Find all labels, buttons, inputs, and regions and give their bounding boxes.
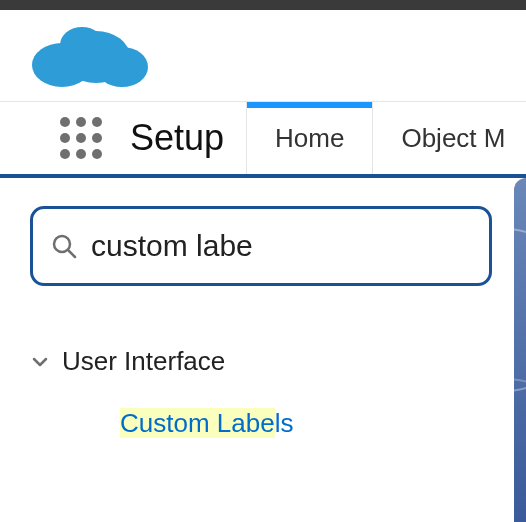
tree-section-user-interface[interactable]: User Interface [30, 340, 492, 383]
nav-left: Setup [0, 102, 246, 174]
nav-title: Setup [130, 117, 224, 159]
tree-item-custom-labels[interactable]: Custom Labels [120, 405, 492, 441]
tab-home-label: Home [275, 123, 344, 154]
setup-sidebar: User Interface Custom Labels [0, 178, 514, 522]
highlight-suffix: ls [275, 408, 294, 438]
chevron-down-icon [30, 352, 50, 372]
tab-object-manager-label: Object M [401, 123, 505, 154]
svg-line-5 [69, 251, 76, 258]
app-window: Setup Home Object M [0, 0, 526, 522]
highlight-match: Custom Labe [120, 408, 275, 438]
app-header [0, 10, 526, 102]
setup-navbar: Setup Home Object M [0, 102, 526, 178]
svg-point-4 [54, 236, 70, 252]
app-launcher-icon[interactable] [60, 117, 102, 159]
nav-tabs: Home Object M [246, 102, 526, 174]
salesforce-cloud-logo [24, 17, 154, 95]
tab-object-manager[interactable]: Object M [372, 102, 526, 174]
search-icon [51, 233, 77, 259]
quick-find-wrapper[interactable] [30, 206, 492, 286]
setup-tree: User Interface Custom Labels [30, 340, 492, 441]
setup-body: User Interface Custom Labels [0, 178, 526, 522]
svg-point-3 [60, 27, 104, 63]
content-panel-edge [514, 178, 526, 522]
svg-point-2 [96, 47, 148, 87]
tab-home[interactable]: Home [246, 102, 372, 174]
quick-find-input[interactable] [91, 229, 471, 263]
tree-section-label: User Interface [62, 346, 225, 377]
window-titlebar [0, 0, 526, 10]
